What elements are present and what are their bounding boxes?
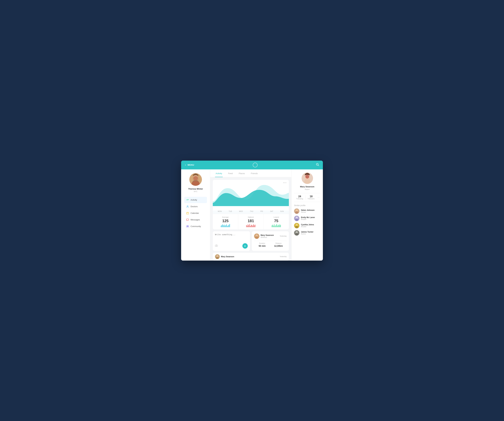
similar-profile-4[interactable]: James Tucker Aurora: [294, 230, 320, 236]
distance-label: Distance: [270, 243, 287, 244]
activity-chart: [213, 182, 289, 206]
stat-highest: Highest 181: [238, 214, 264, 229]
similar-title: Similar profile: [294, 204, 320, 207]
svg-point-8: [196, 177, 197, 178]
back-icon[interactable]: ‹: [185, 163, 186, 166]
activity-card: ••• MON TUE WED THU FRI SAT: [213, 180, 289, 229]
workout-header: Mary Swanson Workout Yesterday: [254, 233, 287, 239]
similar-city-2: Boulder: [301, 219, 315, 220]
similar-city-4: Aurora: [301, 233, 313, 235]
tab-friends[interactable]: Friends: [250, 169, 258, 177]
workout-card: Mary Swanson Workout Yesterday Duration …: [252, 231, 289, 251]
similar-profile-1[interactable]: Helen Johnson Denver: [294, 208, 320, 214]
lowest-value: 75: [266, 219, 286, 223]
svg-point-17: [187, 225, 188, 226]
similar-profile-2[interactable]: Emily Mc Laren Boulder: [294, 216, 320, 221]
write-input[interactable]: [215, 233, 248, 241]
send-button[interactable]: ➤: [242, 243, 248, 249]
header: ‹ MENU: [181, 160, 323, 169]
highest-label: Highest: [241, 216, 261, 218]
followers-stat: 18 Followers: [306, 195, 317, 200]
duration-value: 50 min: [254, 245, 270, 247]
svg-line-1: [318, 165, 319, 166]
profile-card: Mary Swanson Aspen: [294, 172, 320, 190]
tab-feed[interactable]: Feed: [228, 169, 234, 177]
sidebar-item-doctors[interactable]: Doctors: [184, 203, 207, 210]
day-sat: SAT: [270, 211, 273, 212]
chart-more-menu[interactable]: •••: [283, 181, 287, 184]
workout-username: Mary Swanson: [261, 234, 274, 236]
svg-point-35: [295, 211, 298, 214]
sidebar-item-label-activity: Activity: [191, 199, 197, 201]
follow-stats: 24 Following 18 Followers ···: [294, 193, 320, 202]
stat-lowest: Lowest 75: [264, 214, 289, 229]
workout-type: Workout: [261, 236, 274, 238]
sidebar-item-label-messages: Messages: [191, 219, 200, 221]
user-name: Theresa Winter: [188, 188, 203, 190]
tab-places[interactable]: Places: [238, 169, 246, 177]
svg-point-10: [187, 205, 188, 207]
menu-label: MENU: [188, 164, 194, 166]
sidebar: Theresa Winter NYC Activity: [181, 169, 210, 261]
day-tue: TUE: [229, 211, 232, 212]
sidebar-item-calendar[interactable]: Calendar: [184, 210, 207, 216]
svg-rect-16: [186, 219, 189, 220]
day-fri: FRI: [260, 211, 263, 212]
doctors-icon: [186, 205, 189, 208]
search-icon[interactable]: [316, 163, 319, 167]
sidebar-item-messages[interactable]: Messages: [184, 217, 207, 223]
camera-icon[interactable]: [215, 244, 218, 247]
menu-area[interactable]: ‹ MENU: [185, 163, 194, 166]
sidebar-item-community[interactable]: Community: [184, 223, 207, 230]
similar-name-2: Emily Mc Laren: [301, 216, 315, 219]
svg-point-38: [295, 219, 298, 221]
write-box[interactable]: ➤: [213, 231, 250, 251]
sidebar-item-activity[interactable]: Activity: [184, 197, 207, 203]
feed-section: ➤: [213, 231, 289, 251]
day-wed: WED: [239, 211, 243, 212]
user-avatar-img: [189, 173, 202, 186]
similar-avatar-2: [294, 216, 300, 221]
similar-info-3: Cynthia Johns Boulder: [301, 224, 314, 227]
bottom-feed-time: Yesterday: [280, 256, 287, 257]
workout-time: Yesterday: [280, 235, 287, 237]
sidebar-item-label-community: Community: [191, 225, 201, 227]
bottom-feed-avatar: [215, 254, 220, 259]
similar-avatar-3: [294, 223, 300, 228]
average-value: 125: [215, 219, 235, 223]
stats-row: Average 125: [213, 214, 289, 229]
svg-point-32: [304, 179, 310, 184]
similar-info-1: Helen Johnson Denver: [301, 209, 315, 213]
distance-value: 12,00km: [270, 245, 287, 247]
main-layout: Theresa Winter NYC Activity: [181, 169, 323, 261]
nav-items: Activity Doctors: [181, 197, 210, 230]
workout-stats: Duration 50 min Distance 12,00km: [254, 241, 287, 247]
similar-info-2: Emily Mc Laren Boulder: [301, 216, 315, 220]
followers-label: Followers: [306, 198, 317, 200]
day-sun: SUN: [280, 211, 284, 212]
similar-profiles-list: Helen Johnson Denver Emily Mc Laren: [294, 208, 320, 236]
sidebar-item-label-calendar: Calendar: [191, 212, 199, 214]
svg-point-20: [216, 245, 217, 246]
similar-name-4: James Tucker: [301, 231, 313, 233]
highest-value: 181: [241, 219, 261, 223]
tab-activity[interactable]: Activity: [215, 169, 223, 177]
lowest-label: Lowest: [266, 216, 286, 218]
bottom-feed-info: Mary Swanson: [221, 255, 234, 258]
workout-user-info: Mary Swanson Workout: [261, 234, 274, 238]
workout-user: Mary Swanson Workout: [254, 233, 274, 239]
messages-icon: [186, 218, 189, 221]
similar-profile-3[interactable]: Cynthia Johns Boulder: [294, 223, 320, 228]
similar-avatar-1: [294, 208, 300, 214]
following-label: Following: [294, 198, 305, 200]
workout-duration: Duration 50 min: [254, 243, 270, 247]
follow-more-button[interactable]: ···: [317, 196, 320, 199]
followers-count: 18: [306, 195, 317, 198]
average-bars: [215, 224, 235, 227]
svg-point-41: [295, 226, 298, 228]
similar-avatar-4: [294, 230, 300, 236]
svg-point-30: [306, 176, 307, 177]
svg-point-5: [194, 177, 195, 178]
day-mon: MON: [218, 211, 222, 212]
svg-rect-15: [187, 213, 187, 214]
